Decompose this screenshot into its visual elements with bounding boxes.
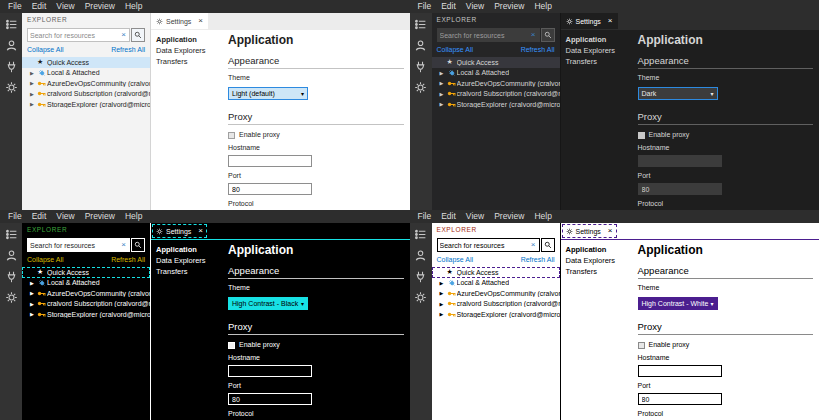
expand-chevron-icon[interactable]: ▶ — [30, 290, 37, 296]
expand-chevron-icon[interactable]: ▶ — [440, 70, 447, 76]
tree-item-local-attached[interactable]: ▶ Local & Attached — [22, 278, 150, 289]
port-input[interactable] — [638, 393, 722, 405]
theme-select[interactable]: High Contrast - Black ▾ — [228, 297, 308, 310]
enable-proxy-checkbox[interactable] — [228, 342, 235, 349]
menu-view[interactable]: View — [461, 210, 489, 223]
nav-data-explorers[interactable]: Data Explorers — [566, 45, 638, 56]
menu-help[interactable]: Help — [120, 210, 147, 223]
theme-select[interactable]: Light (default) ▾ — [228, 87, 308, 100]
expand-chevron-icon[interactable]: ▶ — [30, 80, 37, 86]
nav-application[interactable]: Application — [156, 244, 228, 255]
tab-settings[interactable]: Settings × — [561, 13, 618, 29]
tree-item-account-3[interactable]: ▶ StorageExplorer (cralvord@microsoft.co… — [22, 99, 150, 110]
expand-chevron-icon[interactable]: ▶ — [440, 80, 447, 86]
menu-edit[interactable]: Edit — [27, 210, 52, 223]
tree-item-quick-access[interactable]: ★ Quick Access — [432, 267, 560, 278]
tree-item-account-1[interactable]: ▶ AzureDevOpsCommunity (cralvord@microso… — [432, 288, 560, 299]
enable-proxy-checkbox[interactable] — [638, 342, 645, 349]
tree-item-local-attached[interactable]: ▶ Local & Attached — [432, 68, 560, 79]
expand-chevron-icon[interactable]: ▶ — [440, 290, 447, 296]
settings-gear-icon[interactable] — [414, 81, 427, 94]
close-tab-icon[interactable]: × — [608, 17, 613, 25]
tree-item-account-2[interactable]: ▶ cralvord Subscription (cralvord@micros… — [22, 299, 150, 310]
menu-view[interactable]: View — [51, 210, 79, 223]
nav-transfers[interactable]: Transfers — [156, 266, 228, 277]
connect-plug-icon[interactable] — [5, 270, 18, 283]
search-input[interactable] — [30, 32, 120, 39]
tree-item-account-2[interactable]: ▶ cralvord Subscription (cralvord@micros… — [22, 89, 150, 100]
menu-file[interactable]: File — [3, 0, 27, 13]
clear-search-icon[interactable]: × — [120, 241, 127, 249]
nav-application[interactable]: Application — [566, 244, 638, 255]
expand-chevron-icon[interactable]: ▶ — [30, 101, 37, 107]
explorer-list-icon[interactable] — [5, 228, 18, 241]
menu-edit[interactable]: Edit — [436, 0, 461, 13]
close-tab-icon[interactable]: × — [198, 17, 203, 25]
hostname-input[interactable] — [228, 365, 312, 377]
search-button[interactable] — [541, 238, 555, 252]
search-button[interactable] — [131, 238, 145, 252]
explorer-list-icon[interactable] — [414, 18, 427, 31]
collapse-all-link[interactable]: Collapse All — [437, 46, 474, 53]
tree-item-local-attached[interactable]: ▶ Local & Attached — [432, 278, 560, 289]
port-input[interactable] — [228, 393, 312, 405]
menu-preview[interactable]: Preview — [489, 210, 529, 223]
theme-select[interactable]: High Contrast - White ▾ — [638, 297, 718, 310]
expand-chevron-icon[interactable]: ▶ — [440, 280, 447, 286]
menu-preview[interactable]: Preview — [489, 0, 529, 13]
nav-transfers[interactable]: Transfers — [566, 266, 638, 277]
settings-gear-icon[interactable] — [5, 291, 18, 304]
menu-file[interactable]: File — [413, 0, 437, 13]
hostname-input[interactable] — [638, 155, 722, 167]
tree-item-account-2[interactable]: ▶ cralvord Subscription (cralvord@micros… — [432, 89, 560, 100]
hostname-input[interactable] — [638, 365, 722, 377]
expand-chevron-icon[interactable]: ▶ — [30, 280, 37, 286]
account-person-icon[interactable] — [414, 249, 427, 262]
nav-data-explorers[interactable]: Data Explorers — [566, 255, 638, 266]
search-input[interactable] — [440, 242, 530, 249]
menu-edit[interactable]: Edit — [27, 0, 52, 13]
collapse-all-link[interactable]: Collapse All — [27, 46, 64, 53]
close-tab-icon[interactable]: × — [198, 227, 203, 235]
enable-proxy-checkbox[interactable] — [228, 132, 235, 139]
account-person-icon[interactable] — [414, 39, 427, 52]
menu-help[interactable]: Help — [529, 0, 556, 13]
expand-chevron-icon[interactable]: ▶ — [30, 301, 37, 307]
port-input[interactable] — [638, 183, 722, 195]
nav-data-explorers[interactable]: Data Explorers — [156, 255, 228, 266]
clear-search-icon[interactable]: × — [120, 31, 127, 39]
account-person-icon[interactable] — [5, 249, 18, 262]
search-button[interactable] — [541, 28, 555, 42]
tab-settings[interactable]: Settings × — [151, 223, 208, 239]
explorer-list-icon[interactable] — [414, 228, 427, 241]
tree-item-account-3[interactable]: ▶ StorageExplorer (cralvord@microsoft.co… — [432, 309, 560, 320]
tree-item-quick-access[interactable]: ★ Quick Access — [22, 57, 150, 68]
close-tab-icon[interactable]: × — [608, 227, 613, 235]
tree-item-account-3[interactable]: ▶ StorageExplorer (cralvord@microsoft.co… — [22, 309, 150, 320]
search-input[interactable] — [30, 242, 120, 249]
settings-gear-icon[interactable] — [414, 291, 427, 304]
port-input[interactable] — [228, 183, 312, 195]
expand-chevron-icon[interactable]: ▶ — [440, 101, 447, 107]
tab-settings[interactable]: Settings × — [151, 13, 208, 29]
clear-search-icon[interactable]: × — [530, 31, 537, 39]
tab-settings[interactable]: Settings × — [561, 223, 618, 239]
refresh-all-link[interactable]: Refresh All — [521, 256, 555, 263]
collapse-all-link[interactable]: Collapse All — [437, 256, 474, 263]
refresh-all-link[interactable]: Refresh All — [111, 256, 145, 263]
connect-plug-icon[interactable] — [5, 60, 18, 73]
expand-chevron-icon[interactable]: ▶ — [30, 91, 37, 97]
refresh-all-link[interactable]: Refresh All — [521, 46, 555, 53]
refresh-all-link[interactable]: Refresh All — [111, 46, 145, 53]
tree-item-account-1[interactable]: ▶ AzureDevOpsCommunity (cralvord@microso… — [22, 78, 150, 89]
explorer-list-icon[interactable] — [5, 18, 18, 31]
menu-view[interactable]: View — [461, 0, 489, 13]
search-button[interactable] — [131, 28, 145, 42]
tree-item-local-attached[interactable]: ▶ Local & Attached — [22, 68, 150, 79]
nav-application[interactable]: Application — [156, 34, 228, 45]
nav-transfers[interactable]: Transfers — [566, 56, 638, 67]
account-person-icon[interactable] — [5, 39, 18, 52]
menu-help[interactable]: Help — [529, 210, 556, 223]
theme-select[interactable]: Dark ▾ — [638, 87, 718, 100]
menu-edit[interactable]: Edit — [436, 210, 461, 223]
